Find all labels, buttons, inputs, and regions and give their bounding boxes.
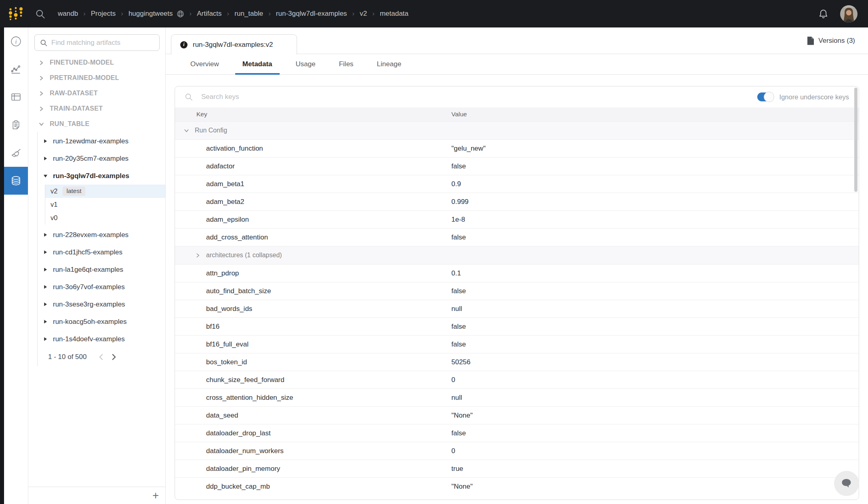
metadata-row: dataloader_drop_lastfalse (175, 424, 859, 442)
metadata-group-row[interactable]: architectures (1 collapsed) (175, 246, 859, 264)
run-item-run-la1ge6qt-examples[interactable]: run-la1ge6qt-examples (38, 261, 165, 278)
nav-search-icon[interactable] (35, 8, 46, 19)
metadata-value: null (451, 305, 462, 313)
metadata-value: false (451, 323, 466, 331)
breadcrumb-item-metadata[interactable]: metadata (380, 10, 409, 18)
metadata-key: add_cross_attention (206, 233, 268, 242)
triangle-right-icon (43, 319, 48, 324)
breadcrumb-item-wandb[interactable]: wandb (58, 10, 78, 18)
chat-bubble-icon (839, 476, 854, 491)
wandb-logo-icon[interactable] (7, 4, 24, 23)
scrollbar[interactable] (854, 88, 857, 192)
sidebar-section-train-dataset[interactable]: TRAIN-DATASET (38, 101, 165, 116)
sidebar-section-label: RAW-DATASET (50, 90, 98, 97)
run-item-label: run-koacg5oh-examples (53, 318, 126, 326)
triangle-right-icon (43, 302, 48, 307)
file-icon (807, 36, 814, 45)
navbar-right (818, 5, 868, 23)
metadata-table-body: Run Configactivation_function"gelu_new"a… (175, 121, 859, 495)
breadcrumb-item-run-3gqlw7dl-examples[interactable]: run-3gqlw7dl-examples (276, 10, 347, 18)
tab-overview[interactable]: Overview (183, 54, 226, 74)
user-avatar[interactable] (840, 5, 857, 23)
triangle-right-icon (43, 337, 48, 341)
breadcrumb-item-Artifacts[interactable]: Artifacts (197, 10, 221, 18)
pagination-next-icon[interactable] (110, 353, 118, 361)
metadata-value: false (451, 429, 466, 437)
artifact-tab-strip: OverviewMetadataUsageFilesLineage (166, 54, 868, 75)
pagination-label: 1 - 10 of 500 (48, 353, 86, 361)
icon-rail: i (4, 27, 28, 504)
breadcrumb: wandb›Projects›huggingtweets›Artifacts›r… (58, 10, 409, 18)
breadcrumb-separator: › (372, 10, 375, 18)
triangle-right-icon (43, 285, 48, 289)
breadcrumb-item-run_table[interactable]: run_table (234, 10, 263, 18)
version-item-v0[interactable]: v0 (45, 211, 165, 225)
tab-lineage[interactable]: Lineage (370, 54, 409, 74)
ignore-underscore-toggle[interactable] (757, 92, 773, 101)
run-item-run-3sese3rg-examples[interactable]: run-3sese3rg-examples (38, 296, 165, 313)
sidebar-section-run_table[interactable]: RUN_TABLE (38, 116, 165, 132)
run-item-run-3gqlw7dl-examples[interactable]: run-3gqlw7dl-examples (38, 167, 165, 185)
run-item-run-228evxem-examples[interactable]: run-228evxem-examples (38, 226, 165, 244)
run-item-run-3o6y7vof-examples[interactable]: run-3o6y7vof-examples (38, 278, 165, 296)
artifact-sidebar: Find matching artifacts FINETUNED-MODELP… (28, 27, 166, 504)
version-item-v2[interactable]: v2latest (45, 185, 165, 198)
breadcrumb-item-v2[interactable]: v2 (360, 10, 367, 18)
rail-item-sweeps-broom-icon[interactable] (4, 139, 28, 167)
rail-item-info-icon[interactable]: i (4, 27, 28, 55)
breadcrumb-item-label: Artifacts (197, 10, 221, 18)
metadata-search-row: Search keys Ignore underscore keys (175, 86, 859, 107)
run-list: run-1zewdmar-examplesrun-20y35cm7-exampl… (37, 132, 165, 366)
rail-item-reports-clipboard-icon[interactable] (4, 111, 28, 139)
artifacts-database-icon (10, 175, 22, 187)
metadata-key: auto_find_batch_size (206, 287, 271, 295)
run-item-run-1zewdmar-examples[interactable]: run-1zewdmar-examples (38, 132, 165, 150)
artifact-search-input[interactable]: Find matching artifacts (34, 34, 160, 51)
run-item-label: run-1s4doefv-examples (53, 335, 125, 343)
versions-button-label: Versions (3) (818, 37, 855, 45)
sweeps-broom-icon (10, 147, 22, 159)
toggle-label: Ignore underscore keys (780, 93, 849, 101)
metadata-key: dataloader_pin_memory (206, 465, 280, 473)
run-item-run-cd1jhcf5-examples[interactable]: run-cd1jhcf5-examples (38, 244, 165, 261)
version-item-v1[interactable]: v1 (45, 198, 165, 211)
sidebar-section-pretrained-model[interactable]: PRETRAINED-MODEL (38, 70, 165, 86)
metadata-row: bf16false (175, 317, 859, 335)
metadata-value: null (451, 394, 462, 402)
tab-metadata[interactable]: Metadata (235, 54, 280, 74)
add-artifact-button[interactable]: + (152, 490, 159, 501)
metadata-key: activation_function (206, 145, 263, 153)
rail-item-table-icon[interactable] (4, 83, 28, 111)
main-content: i run-3gqlw7dl-examples:v2 Versions (3) … (166, 27, 868, 504)
triangle-right-icon (43, 156, 48, 161)
tab-files[interactable]: Files (332, 54, 361, 74)
chevron-right-icon (38, 60, 44, 66)
sidebar-section-finetuned-model[interactable]: FINETUNED-MODEL (38, 55, 165, 70)
search-icon (184, 92, 193, 101)
artifact-tab[interactable]: i run-3gqlw7dl-examples:v2 (171, 34, 297, 55)
versions-button[interactable]: Versions (3) (805, 36, 857, 45)
notifications-bell-icon[interactable] (818, 8, 829, 19)
metadata-key: adam_beta2 (206, 198, 244, 206)
table-icon (10, 91, 22, 103)
sidebar-footer: + (28, 487, 165, 504)
run-item-run-20y35cm7-examples[interactable]: run-20y35cm7-examples (38, 150, 165, 167)
metadata-group-row[interactable]: Run Config (175, 121, 859, 139)
rail-item-line-chart-icon[interactable] (4, 55, 28, 83)
rail-item-artifacts-database-icon[interactable] (4, 167, 28, 195)
chat-button[interactable] (834, 471, 859, 496)
left-edge-strip (0, 27, 4, 504)
tab-usage[interactable]: Usage (289, 54, 323, 74)
sidebar-section-raw-dataset[interactable]: RAW-DATASET (38, 86, 165, 101)
chevron-right-icon (38, 90, 44, 97)
triangle-right-icon (43, 250, 48, 254)
run-item-run-1s4doefv-examples[interactable]: run-1s4doefv-examples (38, 330, 165, 348)
metadata-search-input[interactable]: Search keys (201, 93, 239, 101)
metadata-value: 50256 (451, 358, 470, 366)
breadcrumb-separator: › (352, 10, 355, 18)
pagination-prev-icon[interactable] (97, 353, 105, 361)
breadcrumb-item-huggingtweets[interactable]: huggingtweets (129, 10, 184, 18)
run-item-run-koacg5oh-examples[interactable]: run-koacg5oh-examples (38, 313, 165, 330)
metadata-row: adafactorfalse (175, 157, 859, 175)
breadcrumb-item-Projects[interactable]: Projects (91, 10, 116, 18)
